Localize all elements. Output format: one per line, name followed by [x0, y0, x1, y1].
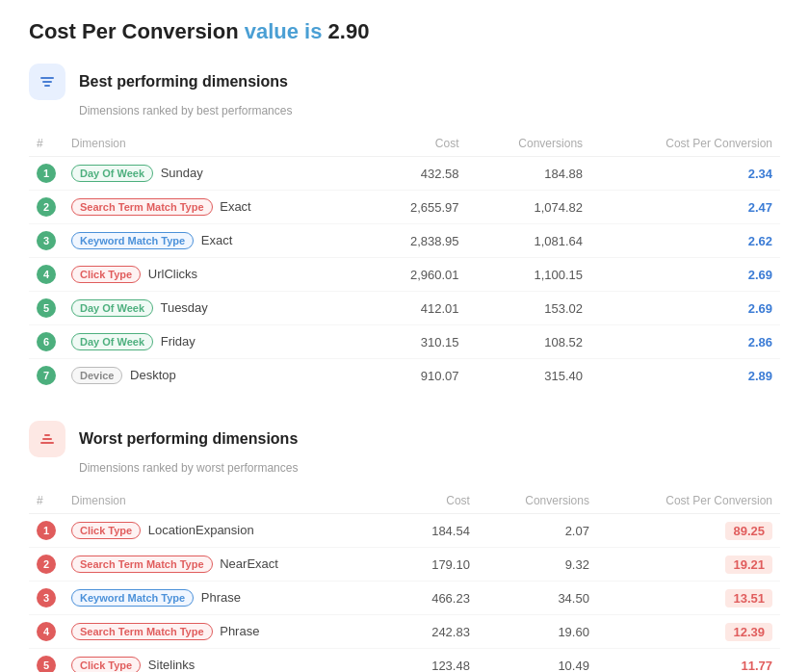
table-row: 5 Day Of Week Tuesday 412.01 153.02 2.69	[29, 292, 780, 325]
row-cost: 179.10	[397, 548, 478, 582]
row-conversions: 1,074.82	[467, 191, 591, 224]
col-conversions: Conversions	[478, 488, 597, 514]
row-dimension: Day Of Week Tuesday	[64, 292, 367, 325]
row-num: 1	[29, 157, 64, 191]
table-row: 3 Keyword Match Type Phrase 466.23 34.50…	[29, 582, 780, 615]
svg-rect-1	[42, 81, 52, 83]
row-num: 4	[29, 258, 64, 292]
title-highlight: value is	[245, 19, 323, 43]
row-cpc: 89.25	[597, 514, 780, 548]
row-cpc: 13.51	[597, 582, 780, 615]
row-num: 4	[29, 615, 64, 649]
num-badge: 6	[37, 332, 56, 351]
row-dimension: Keyword Match Type Phrase	[64, 582, 397, 615]
row-cost: 910.07	[367, 359, 467, 393]
dimension-label: Desktop	[130, 368, 176, 382]
dimension-label: Tuesday	[160, 300, 207, 315]
num-badge: 3	[37, 588, 56, 607]
num-badge: 4	[37, 265, 56, 284]
row-num: 3	[29, 224, 64, 258]
row-dimension: Search Term Match Type NearExact	[64, 548, 397, 582]
worst-section-title: Worst performing dimensions	[79, 430, 298, 448]
row-cpc: 19.21	[597, 548, 780, 582]
filter-icon	[38, 72, 57, 91]
row-num: 3	[29, 582, 64, 615]
dimension-tag: Day Of Week	[71, 165, 153, 182]
dimension-label: Sunday	[161, 166, 203, 180]
row-conversions: 9.32	[478, 548, 597, 582]
dimension-label: UrlClicks	[148, 267, 197, 281]
row-dimension: Keyword Match Type Exact	[64, 224, 367, 258]
table-row: 1 Day Of Week Sunday 432.58 184.88 2.34	[29, 157, 780, 191]
worst-table: # Dimension Cost Conversions Cost Per Co…	[29, 488, 780, 672]
dimension-tag: Click Type	[71, 657, 141, 672]
row-conversions: 1,081.64	[467, 224, 591, 258]
num-badge: 2	[37, 555, 56, 574]
row-cpc: 2.34	[590, 157, 780, 191]
dimension-tag: Click Type	[71, 266, 141, 283]
table-row: 5 Click Type Sitelinks 123.48 10.49 11.7…	[29, 649, 780, 673]
row-dimension: Device Desktop	[64, 359, 367, 393]
table-row: 4 Click Type UrlClicks 2,960.01 1,100.15…	[29, 258, 780, 292]
worst-section-subtitle: Dimensions ranked by worst performances	[79, 461, 780, 475]
row-dimension: Click Type UrlClicks	[64, 258, 367, 292]
col-num: #	[29, 131, 64, 157]
row-dimension: Day Of Week Friday	[64, 325, 367, 359]
dimension-tag: Search Term Match Type	[71, 556, 213, 573]
col-cpc: Cost Per Conversion	[597, 488, 780, 514]
col-cost: Cost	[367, 131, 467, 157]
row-conversions: 2.07	[478, 514, 597, 548]
table-row: 3 Keyword Match Type Exact 2,838.95 1,08…	[29, 224, 780, 258]
row-conversions: 19.60	[478, 615, 597, 649]
row-cost: 412.01	[367, 292, 467, 325]
row-cost: 310.15	[367, 325, 467, 359]
row-dimension: Day Of Week Sunday	[64, 157, 367, 191]
svg-rect-2	[44, 85, 50, 87]
row-num: 2	[29, 548, 64, 582]
row-cpc: 2.47	[590, 191, 780, 224]
page-title: Cost Per Conversion value is 2.90	[29, 19, 780, 44]
row-cost: 2,838.95	[367, 224, 467, 258]
col-cost: Cost	[397, 488, 478, 514]
num-badge: 7	[37, 366, 56, 385]
row-num: 7	[29, 359, 64, 393]
row-cpc: 2.69	[590, 258, 780, 292]
row-cost: 2,960.01	[367, 258, 467, 292]
row-cpc: 12.39	[597, 615, 780, 649]
row-dimension: Search Term Match Type Exact	[64, 191, 367, 224]
dimension-tag: Keyword Match Type	[71, 589, 194, 607]
row-num: 1	[29, 514, 64, 548]
row-dimension: Search Term Match Type Phrase	[64, 615, 397, 649]
dimension-label: LocationExpansion	[148, 523, 254, 537]
dimension-label: Phrase	[201, 590, 241, 605]
col-num: #	[29, 488, 64, 514]
row-cost: 466.23	[397, 582, 478, 615]
best-section-subtitle: Dimensions ranked by best performances	[79, 104, 780, 117]
row-conversions: 1,100.15	[467, 258, 591, 292]
table-row: 2 Search Term Match Type NearExact 179.1…	[29, 548, 780, 582]
best-performing-section: Best performing dimensions Dimensions ra…	[29, 64, 780, 392]
dimension-label: Exact	[220, 199, 251, 214]
best-section-icon	[29, 64, 65, 100]
title-text: Cost Per Conversion	[29, 19, 239, 43]
num-badge: 4	[37, 622, 56, 641]
row-num: 5	[29, 292, 64, 325]
row-cost: 123.48	[397, 649, 478, 673]
table-row: 2 Search Term Match Type Exact 2,655.97 …	[29, 191, 780, 224]
dimension-label: NearExact	[220, 556, 278, 571]
row-conversions: 315.40	[467, 359, 591, 393]
title-value: 2.90	[328, 19, 370, 43]
col-conversions: Conversions	[467, 131, 591, 157]
num-badge: 5	[37, 656, 56, 672]
row-num: 6	[29, 325, 64, 359]
best-section-header: Best performing dimensions	[29, 64, 780, 100]
row-cpc: 2.86	[590, 325, 780, 359]
dimension-tag: Search Term Match Type	[71, 198, 213, 216]
num-badge: 2	[37, 197, 56, 217]
dimension-tag: Click Type	[71, 522, 141, 539]
num-badge: 1	[37, 521, 56, 540]
num-badge: 3	[37, 231, 56, 250]
dimension-label: Friday	[161, 334, 196, 349]
svg-rect-5	[44, 434, 50, 436]
table-row: 7 Device Desktop 910.07 315.40 2.89	[29, 359, 780, 393]
